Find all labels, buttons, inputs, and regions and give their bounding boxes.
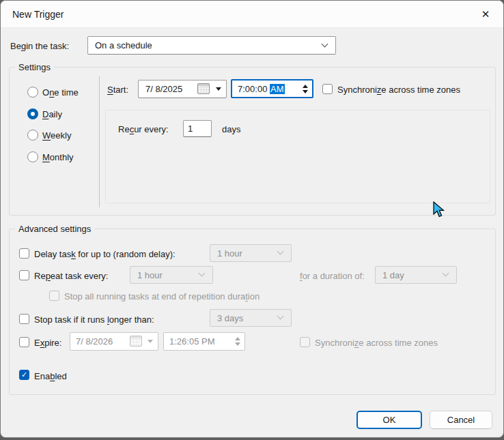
radio-weekly[interactable] xyxy=(27,130,38,141)
advanced-settings-legend: Advanced settings xyxy=(15,224,94,234)
repeat-interval-select: 1 hour xyxy=(130,266,213,284)
spinner-up-icon[interactable] xyxy=(303,85,308,88)
radio-weekly-label[interactable]: Weekly xyxy=(42,130,71,141)
stop-task-checkbox[interactable] xyxy=(19,314,29,324)
settings-legend: Settings xyxy=(15,62,54,72)
stop-task-duration-value: 3 days xyxy=(217,313,243,323)
radio-monthly[interactable] xyxy=(27,151,38,162)
mouse-cursor xyxy=(433,201,448,219)
expire-date-picker: 7/ 8/2026 xyxy=(70,332,158,351)
expire-date-value: 7/ 8/2026 xyxy=(76,336,113,347)
stop-task-duration-select: 3 days xyxy=(210,309,292,327)
radio-one-time-label[interactable]: One time xyxy=(42,87,79,98)
close-icon: ✕ xyxy=(481,8,490,20)
delay-duration-select: 1 hour xyxy=(210,244,292,262)
new-trigger-dialog: New Trigger ✕ Begin the task: On a sched… xyxy=(0,0,504,438)
enabled-label: Enabled xyxy=(34,371,67,381)
stop-all-tasks-label: Stop all running tasks at end of repetit… xyxy=(64,291,260,302)
expire-checkbox[interactable] xyxy=(19,337,29,347)
delay-duration-value: 1 hour xyxy=(217,248,242,259)
stop-all-tasks-checkbox xyxy=(49,291,59,301)
ok-button[interactable]: OK xyxy=(356,411,422,429)
settings-group: Settings One time Daily Weekly Monthly S… xyxy=(9,67,496,216)
screen: New Trigger ✕ Begin the task: On a sched… xyxy=(0,0,504,440)
time-spinner xyxy=(235,337,240,346)
recur-unit-label: days xyxy=(222,124,240,134)
titlebar: New Trigger ✕ xyxy=(1,1,503,28)
begin-task-select[interactable]: On a schedule xyxy=(87,36,336,55)
start-time-selected-segment: AM xyxy=(270,84,285,94)
repeat-duration-label: for a duration of: xyxy=(300,271,365,281)
begin-task-value: On a schedule xyxy=(95,40,152,50)
sync-timezones-label: Synchronize across time zones xyxy=(337,85,460,95)
sync-timezones-checkbox[interactable] xyxy=(322,84,333,94)
radio-monthly-label[interactable]: Monthly xyxy=(42,152,74,162)
recur-every-input[interactable] xyxy=(183,120,212,137)
start-date-value: 7/ 8/2025 xyxy=(145,84,182,94)
spinner-down-icon xyxy=(235,342,240,346)
repeat-duration-select: 1 day xyxy=(375,266,457,284)
expire-time-value: 1:26:05 PM xyxy=(169,336,215,347)
recur-every-label: Recur every: xyxy=(118,124,169,134)
calendar-icon xyxy=(197,83,210,94)
expire-sync-timezones-checkbox xyxy=(300,337,310,347)
expire-sync-timezones-label: Synchronize across time zones xyxy=(315,338,438,348)
expire-label: Expire: xyxy=(34,338,61,348)
check-icon: ✓ xyxy=(21,371,27,379)
repeat-interval-value: 1 hour xyxy=(137,270,163,280)
daily-options-panel: Recur every: days xyxy=(105,110,490,203)
radio-daily[interactable] xyxy=(27,108,38,119)
time-spinner[interactable] xyxy=(303,85,308,93)
delay-task-checkbox[interactable] xyxy=(19,248,29,259)
repeat-task-checkbox[interactable] xyxy=(19,270,29,280)
calendar-icon xyxy=(130,336,142,347)
advanced-settings-group: Advanced settings Delay task for up to (… xyxy=(9,229,496,395)
chevron-down-icon xyxy=(443,270,449,277)
radio-daily-label[interactable]: Daily xyxy=(42,109,62,119)
radio-one-time[interactable] xyxy=(27,87,38,98)
chevron-down-icon xyxy=(322,40,328,47)
date-dropdown-arrow-icon xyxy=(148,340,153,343)
date-dropdown-arrow-icon[interactable] xyxy=(216,87,221,91)
repeat-task-label: Repeat task every: xyxy=(34,271,108,281)
repeat-duration-value: 1 day xyxy=(382,270,404,280)
start-time-value: 7:00:00 xyxy=(238,84,267,94)
enabled-checkbox[interactable]: ✓ xyxy=(19,370,29,380)
begin-task-label: Begin the task: xyxy=(10,41,69,51)
chevron-down-icon xyxy=(277,248,284,255)
expire-time-field: 1:26:05 PM xyxy=(163,332,245,351)
stop-task-label: Stop task if it runs longer than: xyxy=(34,314,154,325)
settings-divider xyxy=(99,76,100,207)
chevron-down-icon xyxy=(277,313,284,320)
chevron-down-icon xyxy=(199,270,206,277)
delay-task-label: Delay task for up to (random delay): xyxy=(34,249,176,259)
close-button[interactable]: ✕ xyxy=(475,4,496,25)
spinner-down-icon[interactable] xyxy=(303,90,308,93)
start-date-picker[interactable]: 7/ 8/2025 xyxy=(138,80,227,98)
page-title: New Trigger xyxy=(12,9,64,20)
start-time-field[interactable]: 7:00:00 AM xyxy=(231,79,313,98)
spinner-up-icon xyxy=(235,337,240,340)
start-label: Start: xyxy=(107,85,128,95)
cancel-button[interactable]: Cancel xyxy=(430,411,492,429)
